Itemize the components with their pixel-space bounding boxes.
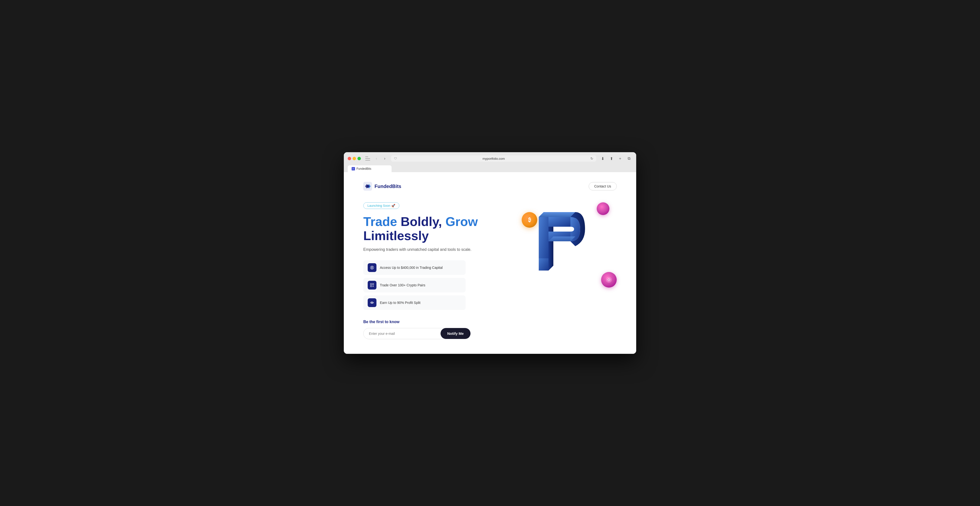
hero-section: Launching Soon 🚀 Trade Boldly, Grow Limi…: [363, 202, 617, 339]
page-content: FundedBits Contact Us Launching Soon 🚀 T…: [344, 172, 636, 354]
feature-item-1: Access Up to $400,000 in Trading Capital: [363, 260, 466, 275]
hero-left: Launching Soon 🚀 Trade Boldly, Grow Limi…: [363, 202, 509, 339]
browser-tabs: F FundedBits: [348, 164, 632, 172]
share-button[interactable]: ⬆: [608, 155, 615, 162]
title-limitlessly: Limitlessly: [363, 228, 429, 243]
close-button[interactable]: [348, 157, 351, 160]
svg-rect-2: [371, 284, 372, 285]
magenta-coin-bottom: [601, 272, 617, 287]
nav-buttons: ‹ ›: [373, 155, 388, 162]
logo-icon: [363, 182, 372, 191]
active-tab[interactable]: F FundedBits: [348, 165, 391, 172]
handshake-icon: [368, 298, 377, 307]
title-boldly: Boldly,: [401, 214, 445, 228]
notify-button[interactable]: Notify Me: [441, 328, 471, 339]
features-list: Access Up to $400,000 in Trading Capital: [363, 260, 509, 310]
crypto-icon: [368, 281, 377, 290]
feature-text-1: Access Up to $400,000 in Trading Capital: [380, 266, 443, 270]
title-grow: Grow: [445, 214, 478, 228]
email-input[interactable]: [363, 328, 450, 339]
download-button[interactable]: ⬇: [599, 155, 606, 162]
feature-text-3: Earn Up to 90% Profit Split: [380, 301, 420, 305]
browser-chrome: ‹ › 🛡 myportfolio.com ↻ ⬇ ⬆ ＋ ⧉ F Funded…: [344, 152, 636, 172]
launching-badge: Launching Soon 🚀: [363, 202, 399, 209]
contact-us-button[interactable]: Contact Us: [589, 182, 617, 190]
forward-button[interactable]: ›: [381, 155, 388, 162]
browser-window: ‹ › 🛡 myportfolio.com ↻ ⬇ ⬆ ＋ ⧉ F Funded…: [344, 152, 636, 354]
notify-section: Be the first to know Notify Me: [363, 320, 509, 339]
hero-title: Trade Boldly, Grow Limitlessly: [363, 215, 509, 243]
p-logo-3d: [531, 209, 585, 278]
svg-rect-4: [371, 286, 372, 287]
tab-label: FundedBits: [356, 167, 371, 170]
sidebar-toggle-button[interactable]: [365, 157, 370, 160]
traffic-lights: [348, 157, 361, 160]
notify-label: Be the first to know: [363, 320, 509, 324]
new-tab-button[interactable]: ＋: [617, 155, 624, 162]
windows-button[interactable]: ⧉: [625, 155, 632, 162]
back-button[interactable]: ‹: [373, 155, 380, 162]
magenta-coin-top: [597, 202, 609, 215]
feature-text-2: Trade Over 100+ Crypto Pairs: [380, 283, 425, 287]
url-text: myportfolio.com: [399, 157, 589, 160]
money-icon: [368, 263, 377, 272]
feature-item-2: Trade Over 100+ Crypto Pairs: [363, 278, 466, 292]
fullscreen-button[interactable]: [358, 157, 361, 160]
hero-right: ₿: [519, 202, 617, 295]
feature-item-3: Earn Up to 90% Profit Split: [363, 295, 466, 310]
security-icon: 🛡: [394, 157, 397, 160]
minimize-button[interactable]: [353, 157, 356, 160]
address-bar[interactable]: 🛡 myportfolio.com ↻: [391, 155, 596, 162]
svg-rect-3: [372, 284, 374, 285]
crypto-visual: ₿: [519, 202, 617, 295]
logo[interactable]: FundedBits: [363, 182, 401, 191]
title-trade: Trade: [363, 214, 401, 228]
browser-actions: ⬇ ⬆ ＋ ⧉: [599, 155, 632, 162]
notify-form: Notify Me: [363, 328, 471, 339]
logo-text: FundedBits: [374, 184, 401, 189]
hero-subtitle: Empowering traders with unmatched capita…: [363, 247, 509, 252]
reload-button[interactable]: ↻: [590, 157, 593, 160]
tab-favicon: F: [352, 167, 355, 170]
page-header: FundedBits Contact Us: [363, 182, 617, 191]
